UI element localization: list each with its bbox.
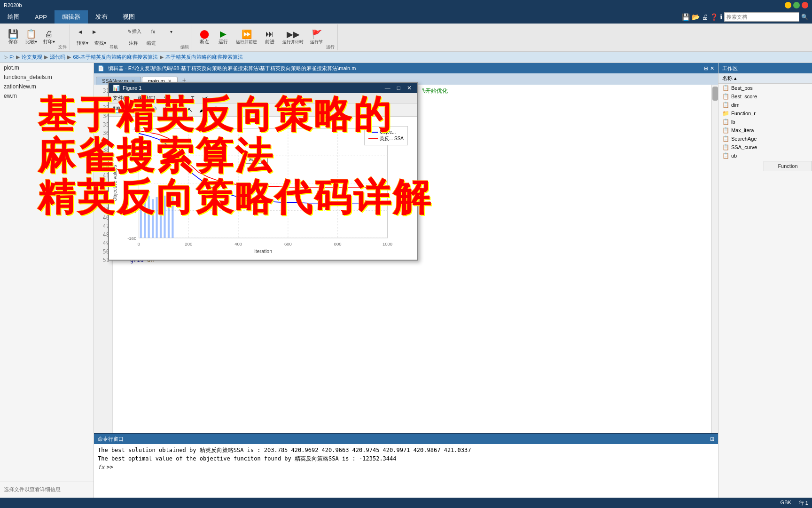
left-panel-item-1[interactable]: functions_details.m xyxy=(0,72,94,82)
line-48: 48 xyxy=(94,230,109,239)
fig-link-btn[interactable]: 🔗 xyxy=(209,104,220,116)
figure-menubar: 文件(F) 编辑(E) 查 工 T □( xyxy=(109,93,417,103)
run-section-label: 运行并计时 xyxy=(282,39,304,45)
ws-name-1: Best_score xyxy=(731,94,757,99)
goto-button[interactable]: 转至▾ xyxy=(74,38,91,49)
cmd-content[interactable]: The best solution obtained by 精英反向策略SSA … xyxy=(94,444,718,501)
editor-scrollbar[interactable] xyxy=(711,85,718,433)
ws-name-3: Function_r xyxy=(731,111,756,116)
toolbar-group-nav: ◀ ▶ 转至▾ 查找▾ 导航 xyxy=(71,24,121,50)
ws-item-2[interactable]: 📋 dim xyxy=(718,101,812,109)
fig-menu-edit[interactable]: 编辑(E) xyxy=(134,94,159,103)
left-panel-item-0[interactable]: plot.m xyxy=(0,63,94,72)
menu-publish[interactable]: 发布 xyxy=(88,10,115,24)
run-button[interactable]: ▶ 运行 xyxy=(215,25,232,50)
print-button[interactable]: 🖨 打印▾ xyxy=(40,25,57,50)
minimize-btn[interactable] xyxy=(785,2,791,8)
fig-save-btn[interactable]: 💾 xyxy=(111,104,122,116)
save-button[interactable]: 💾 保存 xyxy=(5,25,22,50)
fig-menu-view[interactable]: 查 xyxy=(160,94,173,103)
comment-label: 注释 xyxy=(129,40,138,47)
search-submit-icon[interactable]: 🔍 xyxy=(801,14,808,20)
breakpoint-button[interactable]: ⬤ 断点 xyxy=(196,25,213,50)
breadcrumb-item-2[interactable]: 源代码 xyxy=(50,54,65,61)
run-section-icon: ▶▶ xyxy=(287,30,300,39)
svg-rect-31 xyxy=(172,197,173,238)
center-area: 📄 编辑器 - E:\论文复现\源代码\68-基于精英反向策略的麻雀搜索算法\基… xyxy=(94,63,718,508)
editor-float-btn[interactable]: ⊞ xyxy=(704,65,708,71)
toolbar-icon-help[interactable]: ❓ xyxy=(710,13,718,21)
fig-menu-file[interactable]: 文件(F) xyxy=(109,94,133,103)
ws-item-4[interactable]: 📋 lb xyxy=(718,118,812,126)
fig-menu-win[interactable]: □( xyxy=(199,95,211,102)
fig-cursor-btn[interactable]: ↖ xyxy=(184,104,195,116)
ws-item-6[interactable]: 📋 SearchAge xyxy=(718,135,812,143)
legend-line-blue xyxy=(368,132,378,133)
toolbar-group-run: ⬤ 断点 ▶ 运行 ⏩ 运行并前进 ⏭ 前进 ▶▶ 运行并计时 🚩 运行节 xyxy=(193,24,338,50)
status-right: GBK 行 1 xyxy=(781,500,808,507)
menu-app[interactable]: APP xyxy=(27,10,55,24)
find-button[interactable]: 查找▾ xyxy=(92,38,109,49)
dropdown-btn[interactable]: ▾ xyxy=(163,26,180,37)
toolbar-icon-open[interactable]: 📂 xyxy=(692,13,700,21)
workspace-title: 工作区 xyxy=(722,65,738,72)
fig-print-btn[interactable]: 🖨 xyxy=(123,104,134,116)
toolbar-icon-print[interactable]: 🖨 xyxy=(702,13,708,21)
line-46: 46 xyxy=(94,214,109,222)
menu-view[interactable]: 视图 xyxy=(115,10,142,24)
svg-rect-24 xyxy=(144,198,146,238)
fig-pan-btn[interactable]: ✥ xyxy=(160,104,171,116)
editor-title: 编辑器 - E:\论文复现\源代码\68-基于精英反向策略的麻雀搜索算法\基于精… xyxy=(108,65,356,72)
line-37: 37 xyxy=(94,137,109,146)
cmd-expand-btn[interactable]: ⊞ xyxy=(710,436,714,442)
figure-close-btn[interactable]: ✕ xyxy=(405,85,414,91)
menu-plot[interactable]: 绘图 xyxy=(0,10,27,24)
fig-zoom-in-btn[interactable]: 🔍 xyxy=(135,104,147,116)
ws-item-7[interactable]: 📋 SSA_curve xyxy=(718,143,812,151)
ws-item-8[interactable]: 📋 ub xyxy=(718,151,812,160)
ws-item-5[interactable]: 📋 Max_itera xyxy=(718,126,812,135)
fig-rotate-btn[interactable]: ↺ xyxy=(172,104,183,116)
nav-fwd-icon: ▶ xyxy=(93,29,96,34)
insert-button[interactable]: ✎ 插入 xyxy=(125,26,144,37)
breadcrumb-item-0[interactable]: E: xyxy=(9,55,14,60)
fig-zoom-out-btn[interactable]: 🔎 xyxy=(148,104,159,116)
line-31: 31 xyxy=(94,87,109,95)
editor-header: 📄 编辑器 - E:\论文复现\源代码\68-基于精英反向策略的麻雀搜索算法\基… xyxy=(94,63,718,73)
comment-button[interactable]: 注释 xyxy=(125,38,142,49)
line-33: 33 xyxy=(94,103,109,112)
left-panel: plot.m functions_details.m zationNew.m e… xyxy=(0,63,94,508)
step-button[interactable]: ⏭ 前进 xyxy=(261,25,278,50)
compare-button[interactable]: 📋 比较▾ xyxy=(23,25,39,50)
ws-item-1[interactable]: 📋 Best_score xyxy=(718,92,812,101)
nav-back-button[interactable]: ◀ xyxy=(74,26,87,37)
menu-editor[interactable]: 编辑器 xyxy=(55,10,88,24)
fig-menu-t[interactable]: T xyxy=(187,95,198,102)
maximize-btn[interactable] xyxy=(793,2,800,8)
run-continue-button[interactable]: 🚩 运行节 xyxy=(308,25,325,50)
ws-item-3[interactable]: 📁 Function_r xyxy=(718,109,812,118)
run-section-button[interactable]: ▶▶ 运行并计时 xyxy=(280,25,306,50)
toolbar-icon-info[interactable]: ℹ xyxy=(720,13,722,21)
svg-rect-29 xyxy=(164,196,165,238)
run-advance-button[interactable]: ⏩ 运行并前进 xyxy=(234,25,259,50)
toolbar-icon-save[interactable]: 💾 xyxy=(682,13,690,21)
breadcrumb-item-4[interactable]: 基于精英反向策略的麻雀搜索算法 xyxy=(165,54,243,61)
breadcrumb-item-3[interactable]: 68-基于精英反向策略的麻雀搜索算法 xyxy=(73,54,158,61)
ws-item-0[interactable]: 📋 Best_pos xyxy=(718,84,812,92)
left-panel-item-3[interactable]: ew.m xyxy=(0,91,94,101)
save-icon: 💾 xyxy=(8,30,18,38)
fig-menu-tools[interactable]: 工 xyxy=(174,94,187,103)
fx-button[interactable]: fx xyxy=(145,26,162,37)
editor-close-btn[interactable]: ✕ xyxy=(710,65,714,71)
figure-maximize-btn[interactable]: □ xyxy=(395,85,402,91)
figure-minimize-btn[interactable]: — xyxy=(383,85,392,91)
indent-button[interactable]: 缩进 xyxy=(143,38,160,49)
left-panel-item-2[interactable]: zationNew.m xyxy=(0,82,94,91)
breakpoint-label: 断点 xyxy=(200,39,209,45)
breadcrumb-item-1[interactable]: 论文复现 xyxy=(22,54,42,61)
search-input[interactable] xyxy=(724,12,799,22)
fig-brush-btn[interactable]: 🖌 xyxy=(196,104,208,116)
close-btn[interactable] xyxy=(802,2,808,8)
nav-fwd-button[interactable]: ▶ xyxy=(88,26,101,37)
